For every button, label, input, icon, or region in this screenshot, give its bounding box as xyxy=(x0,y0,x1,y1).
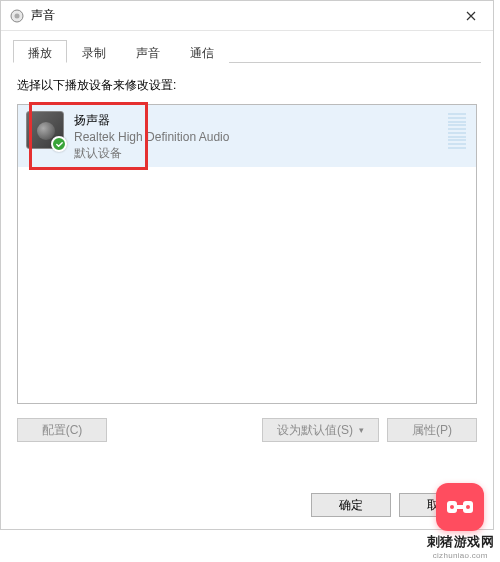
watermark-domain: cizhuniao.com xyxy=(427,551,495,560)
svg-point-1 xyxy=(15,13,20,18)
level-meter xyxy=(448,113,466,149)
device-item-speakers[interactable]: 扬声器 Realtek High Definition Audio 默认设备 xyxy=(18,105,476,167)
window-title: 声音 xyxy=(31,7,55,24)
properties-button[interactable]: 属性(P) xyxy=(387,418,477,442)
device-default-label: 默认设备 xyxy=(74,145,468,161)
svg-point-6 xyxy=(466,505,470,509)
ok-button[interactable]: 确定 xyxy=(311,493,391,517)
default-check-icon xyxy=(51,136,67,152)
tab-sounds[interactable]: 声音 xyxy=(121,40,175,63)
device-action-row: 配置(C) 设为默认值(S) 属性(P) xyxy=(17,418,477,442)
dialog-content: 播放 录制 声音 通信 选择以下播放设备来修改设置: 扬声器 Realtek H… xyxy=(1,31,493,462)
svg-point-5 xyxy=(450,505,454,509)
watermark-logo-icon xyxy=(436,483,484,531)
device-name: 扬声器 xyxy=(74,112,468,129)
close-icon xyxy=(466,11,476,21)
device-description: Realtek High Definition Audio xyxy=(74,129,468,145)
set-default-button[interactable]: 设为默认值(S) xyxy=(262,418,379,442)
device-text: 扬声器 Realtek High Definition Audio 默认设备 xyxy=(74,111,468,161)
tab-recording[interactable]: 录制 xyxy=(67,40,121,63)
titlebar: 声音 xyxy=(1,1,493,31)
sound-app-icon xyxy=(9,8,25,24)
watermark-name: 刺猪游戏网 xyxy=(427,533,495,551)
close-button[interactable] xyxy=(448,1,493,31)
tab-panel-playback: 选择以下播放设备来修改设置: 扬声器 Realtek High Definiti… xyxy=(13,63,481,450)
watermark: 刺猪游戏网 cizhuniao.com xyxy=(427,483,495,560)
instruction-text: 选择以下播放设备来修改设置: xyxy=(17,77,477,94)
tabs: 播放 录制 声音 通信 xyxy=(13,39,481,63)
tab-playback[interactable]: 播放 xyxy=(13,40,67,63)
device-list[interactable]: 扬声器 Realtek High Definition Audio 默认设备 xyxy=(17,104,477,404)
speaker-icon xyxy=(26,111,64,149)
sound-dialog: 声音 播放 录制 声音 通信 选择以下播放设备来修改设置: xyxy=(0,0,494,530)
tab-communications[interactable]: 通信 xyxy=(175,40,229,63)
configure-button[interactable]: 配置(C) xyxy=(17,418,107,442)
svg-rect-4 xyxy=(456,505,464,509)
